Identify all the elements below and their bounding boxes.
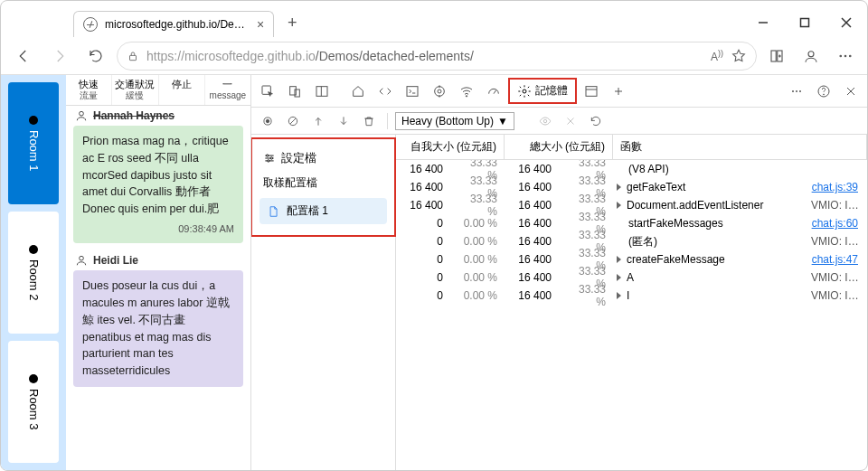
function-name: createFakeMessage (613, 253, 804, 266)
separator (387, 113, 388, 129)
toolbar-cell[interactable]: 快速流量 (66, 75, 112, 105)
toolbar-cell[interactable]: 一message (205, 75, 250, 105)
table-row[interactable]: 16 40033.33 %16 40033.33 %Document.addEv… (396, 196, 867, 214)
chat-toolbar: 快速流量 交通狀況緩慢 停止 一message (66, 75, 250, 106)
total-size: 16 400 (505, 181, 559, 193)
url-field[interactable]: https://microsoftedge.github.io/Demos/de… (117, 42, 757, 71)
forward-button[interactable] (44, 41, 75, 71)
address-bar: https://microsoftedge.github.io/Demos/de… (1, 37, 867, 75)
elements-tab-icon[interactable] (373, 79, 398, 104)
self-size: 0 (396, 235, 450, 248)
import-button[interactable] (307, 110, 329, 132)
refresh-button[interactable] (80, 41, 111, 71)
minimize-button[interactable] (742, 8, 784, 37)
col-function[interactable]: 函數 (613, 135, 867, 159)
profile-item[interactable]: 配置檔 1 (259, 198, 387, 224)
back-button[interactable] (8, 41, 39, 71)
table-row[interactable]: 00.00 %16 40033.33 %AVMIO: I… (396, 268, 867, 287)
chat-column: 快速流量 交通狀況緩慢 停止 一message Hannah Haynes Pr… (66, 75, 251, 470)
dock-icon[interactable] (309, 79, 335, 104)
more-tabs-button[interactable] (606, 79, 631, 104)
expand-icon[interactable] (617, 274, 621, 281)
devtools-panel: 記憶體 Heavy (Bottom Up) ▼ (251, 75, 867, 470)
more-button[interactable] (831, 42, 860, 71)
gc-button[interactable] (585, 110, 607, 132)
svg-point-41 (266, 119, 269, 123)
sources-tab-icon[interactable] (427, 79, 452, 104)
performance-tab-icon[interactable] (481, 79, 506, 104)
table-body[interactable]: 16 40033.33 %16 40033.33 %(V8 API)16 400… (396, 160, 867, 470)
view-mode-dropdown[interactable]: Heavy (Bottom Up) ▼ (395, 112, 514, 130)
svg-rect-1 (801, 19, 809, 27)
expand-icon[interactable] (617, 292, 621, 299)
memory-tab[interactable]: 記憶體 (508, 78, 577, 104)
room-3[interactable]: Room 3 (8, 341, 59, 463)
favorite-icon[interactable] (731, 48, 747, 64)
function-name: getFakeText (613, 181, 804, 193)
self-pct: 0.00 % (450, 271, 505, 284)
delete-button[interactable] (358, 110, 380, 132)
source-link[interactable]: chat.js:47 (804, 253, 867, 266)
browser-tab[interactable]: microsoftedge.github.io/Demos/d × (73, 11, 274, 37)
room-1[interactable]: Room 1 (8, 82, 59, 204)
welcome-tab-icon[interactable] (345, 79, 371, 104)
table-row[interactable]: 00.00 %16 40033.33 %startFakeMessagescha… (396, 214, 867, 232)
application-tab-icon[interactable] (579, 79, 604, 104)
profile-button[interactable] (797, 42, 826, 71)
self-size: 0 (396, 253, 450, 266)
toolbar-cell[interactable]: 交通狀況緩慢 (112, 75, 158, 105)
svg-rect-18 (316, 86, 327, 96)
col-self-size[interactable]: 自我大小 (位元組) (396, 135, 505, 159)
message-author: Heidi Lie (66, 250, 250, 270)
chat-message: Dues poseur la cus dui，a macules m anure… (73, 270, 243, 387)
clear-filter-icon[interactable] (560, 110, 581, 132)
device-icon[interactable] (282, 79, 307, 104)
table-row[interactable]: 00.00 %16 40033.33 %createFakeMessagecha… (396, 250, 867, 268)
inspect-icon[interactable] (255, 79, 280, 104)
close-window-button[interactable] (826, 8, 867, 37)
new-tab-button[interactable]: + (278, 8, 307, 37)
close-tab-icon[interactable]: × (257, 17, 264, 32)
expand-icon[interactable] (617, 256, 621, 263)
toolbar-cell[interactable]: 停止 (159, 75, 205, 105)
export-button[interactable] (333, 110, 354, 132)
expand-icon[interactable] (617, 184, 621, 191)
rooms-sidebar: Room 1 Room 2 Room 3 (1, 75, 66, 470)
svg-line-27 (494, 89, 496, 93)
clear-button[interactable] (282, 110, 304, 132)
expand-icon[interactable] (617, 202, 621, 209)
avatar-icon (75, 109, 88, 122)
source-link[interactable]: chat.js:39 (804, 181, 867, 193)
total-size: 16 400 (505, 271, 559, 284)
lock-icon (127, 50, 139, 62)
file-icon (267, 205, 279, 218)
network-tab-icon[interactable] (454, 79, 479, 104)
self-size: 16 400 (396, 199, 450, 212)
record-button[interactable] (257, 110, 278, 132)
source-link: VMIO: I… (804, 271, 867, 284)
table-row[interactable]: 00.00 %16 40033.33 %IVMIO: I… (396, 287, 867, 305)
total-size: 16 400 (505, 235, 559, 248)
room-2[interactable]: Room 2 (8, 212, 59, 334)
devtools-more-icon[interactable] (784, 79, 809, 104)
sampling-label: 取樣配置檔 (259, 172, 387, 196)
eye-icon[interactable] (534, 110, 556, 132)
read-aloud-icon[interactable]: A)) (711, 49, 723, 63)
source-link[interactable]: chat.js:60 (804, 217, 867, 230)
collections-button[interactable] (762, 42, 791, 71)
maximize-button[interactable] (784, 8, 826, 37)
devtools-help-icon[interactable] (811, 79, 836, 104)
allocation-table: 自我大小 (位元組) 總大小 (位元組) 函數 16 40033.33 %16 … (396, 135, 867, 470)
col-total-size[interactable]: 總大小 (位元組) (505, 135, 613, 159)
svg-point-33 (792, 90, 793, 91)
self-size: 0 (396, 271, 450, 284)
source-link: VMIO: I… (804, 235, 867, 248)
main-content: Room 1 Room 2 Room 3 快速流量 交通狀況緩慢 停止 一mes… (1, 75, 867, 470)
status-dot-icon (29, 116, 38, 125)
function-name: startFakeMessages (613, 217, 804, 230)
table-row[interactable]: 00.00 %16 40033.33 %(匿名)VMIO: I… (396, 232, 867, 250)
console-tab-icon[interactable] (400, 79, 425, 104)
devtools-close-icon[interactable] (838, 79, 863, 104)
svg-point-34 (796, 90, 797, 91)
table-header: 自我大小 (位元組) 總大小 (位元組) 函數 (396, 135, 867, 160)
